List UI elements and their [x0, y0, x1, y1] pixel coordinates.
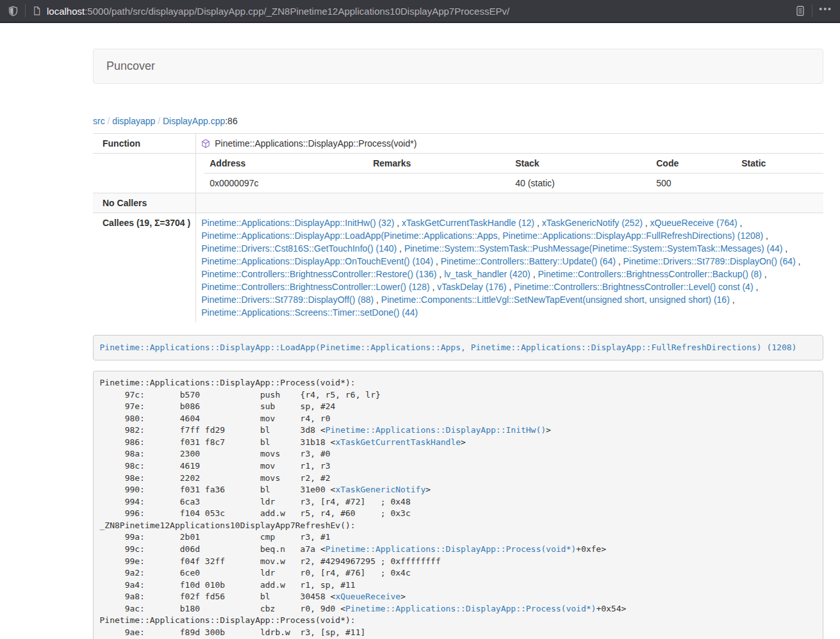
- callee-link[interactable]: Pinetime::Drivers::St7789::DisplayOn() (…: [623, 256, 796, 266]
- callee-separator: ,: [534, 218, 542, 228]
- url-path: :5000/path/src/displayapp/DisplayApp.cpp…: [85, 6, 509, 17]
- metrics-value-row: 0x0000097c 40 (static) 500: [204, 174, 823, 193]
- asm-symbol-link[interactable]: Pinetime::Applications::DisplayApp::Proc…: [345, 604, 596, 613]
- function-table: Function Pinetime::Applications::Display…: [93, 133, 823, 322]
- breadcrumb: src / displayapp / DisplayApp.cpp:86: [93, 115, 823, 127]
- callee-separator: ,: [796, 256, 801, 266]
- shield-icon[interactable]: [8, 6, 19, 17]
- callee-separator: ,: [782, 243, 787, 254]
- callee-link[interactable]: Pinetime::Controllers::Battery::Update()…: [441, 256, 616, 266]
- callee-separator: ,: [397, 243, 404, 254]
- callees-list: Pinetime::Applications::DisplayApp::Init…: [201, 216, 818, 319]
- callee-link[interactable]: vTaskDelay (176): [437, 282, 506, 292]
- metrics-row: Address Remarks Stack Code Static 0x0000…: [93, 154, 823, 193]
- callee-separator: ,: [531, 269, 538, 279]
- callee-link[interactable]: xTaskGenericNotify (252): [542, 218, 643, 228]
- brand-link[interactable]: Puncover: [106, 60, 155, 73]
- callee-separator: ,: [643, 218, 650, 228]
- breadcrumb-separator: /: [155, 116, 163, 126]
- no-callers-row: No Callers: [93, 193, 823, 213]
- callee-link[interactable]: Pinetime::Applications::Screens::Timer::…: [201, 307, 418, 318]
- breadcrumb-separator: /: [105, 116, 113, 126]
- asm-symbol-link[interactable]: Pinetime::Applications::DisplayApp::Init…: [325, 425, 546, 435]
- callee-separator: ,: [762, 269, 767, 279]
- callee-link[interactable]: Pinetime::Controllers::BrightnessControl…: [538, 269, 761, 279]
- callee-separator: ,: [506, 282, 514, 292]
- function-label: Function: [93, 134, 196, 154]
- toolbar-separator: [25, 4, 26, 17]
- metrics-header-row: Address Remarks Stack Code Static: [204, 154, 823, 174]
- callee-link[interactable]: Pinetime::Drivers::Cst816S::GetTouchInfo…: [201, 243, 397, 254]
- callee-link[interactable]: Pinetime::Applications::DisplayApp::OnTo…: [201, 256, 433, 266]
- callee-separator: ,: [737, 218, 743, 228]
- no-callers-label: No Callers: [93, 193, 196, 213]
- callee-link[interactable]: Pinetime::Controllers::BrightnessControl…: [201, 282, 429, 292]
- callee-link[interactable]: lv_task_handler (420): [444, 269, 531, 279]
- callee-link[interactable]: Pinetime::Controllers::BrightnessControl…: [514, 282, 753, 292]
- callees-row: Callees (19, Σ=3704 ) Pinetime::Applicat…: [93, 213, 823, 323]
- address-value: 0x0000097c: [204, 174, 368, 193]
- stack-value: 40 (static): [510, 174, 651, 193]
- col-stack: Stack: [510, 154, 651, 174]
- col-static: Static: [736, 154, 823, 174]
- callee-separator: ,: [394, 218, 402, 228]
- asm-code: Pinetime::Applications::DisplayApp::Proc…: [100, 378, 627, 639]
- url-bar[interactable]: localhost:5000/path/src/displayapp/Displ…: [47, 6, 795, 17]
- reader-mode-icon[interactable]: [795, 5, 805, 17]
- symbol-cube-icon: [201, 139, 210, 149]
- disassembly-listing: Pinetime::Applications::DisplayApp::Proc…: [93, 371, 823, 639]
- callee-link[interactable]: Pinetime::Drivers::St7789::DisplayOff() …: [201, 295, 374, 305]
- asm-symbol-link[interactable]: xTaskGetCurrentTaskHandle: [335, 437, 461, 447]
- col-code: Code: [651, 154, 736, 174]
- asm-symbol-link[interactable]: Pinetime::Applications::DisplayApp::Proc…: [325, 544, 576, 554]
- remarks-value: [368, 174, 510, 193]
- callee-separator: ,: [763, 231, 768, 241]
- callee-separator: ,: [616, 256, 623, 266]
- col-address: Address: [204, 154, 368, 174]
- callee-separator: ,: [433, 256, 441, 266]
- callee-separator: ,: [430, 282, 438, 292]
- page-icon: [32, 6, 42, 16]
- callee-separator: ,: [730, 295, 735, 305]
- callee-separator: ,: [374, 295, 381, 305]
- asm-symbol-link[interactable]: xQueueReceive: [335, 592, 400, 601]
- callee-link[interactable]: Pinetime::Components::LittleVgl::SetNewT…: [381, 295, 730, 305]
- asm-symbol-link[interactable]: xTaskGenericNotify: [335, 485, 425, 494]
- callee-link[interactable]: Pinetime::Controllers::BrightnessControl…: [201, 269, 436, 279]
- static-value: [736, 174, 823, 193]
- callees-label: Callees (19, Σ=3704 ): [93, 213, 196, 323]
- menu-icon[interactable]: •••: [819, 4, 832, 17]
- toolbar-separator: [812, 4, 812, 17]
- callee-separator: ,: [754, 282, 759, 292]
- callee-link[interactable]: Pinetime::Applications::DisplayApp::Init…: [201, 218, 394, 228]
- callee-separator: ,: [436, 269, 444, 279]
- page-content: Puncover src / displayapp / DisplayApp.c…: [93, 49, 823, 639]
- highlighted-symbol-box: Pinetime::Applications::DisplayApp::Load…: [93, 335, 823, 360]
- col-remarks: Remarks: [368, 154, 510, 174]
- function-row: Function Pinetime::Applications::Display…: [93, 134, 823, 154]
- breadcrumb-link[interactable]: displayapp: [112, 116, 155, 126]
- metrics-table: Address Remarks Stack Code Static 0x0000…: [204, 154, 823, 193]
- breadcrumb-link[interactable]: DisplayApp.cpp: [163, 116, 225, 126]
- breadcrumb-link[interactable]: src: [93, 116, 105, 126]
- url-host: localhost: [47, 6, 85, 17]
- callee-link[interactable]: Pinetime::Applications::DisplayApp::Load…: [201, 231, 763, 241]
- callee-link[interactable]: xQueueReceive (764): [650, 218, 737, 228]
- callee-link[interactable]: xTaskGetCurrentTaskHandle (12): [402, 218, 534, 228]
- callee-link[interactable]: Pinetime::System::SystemTask::PushMessag…: [404, 243, 783, 254]
- code-value: 500: [651, 174, 736, 193]
- highlighted-symbol-link[interactable]: Pinetime::Applications::DisplayApp::Load…: [100, 343, 797, 352]
- breadcrumb-line-number: :86: [225, 116, 237, 126]
- browser-toolbar: localhost:5000/path/src/displayapp/Displ…: [0, 0, 840, 23]
- function-name: Pinetime::Applications::DisplayApp::Proc…: [215, 137, 416, 150]
- app-navbar: Puncover: [93, 49, 823, 84]
